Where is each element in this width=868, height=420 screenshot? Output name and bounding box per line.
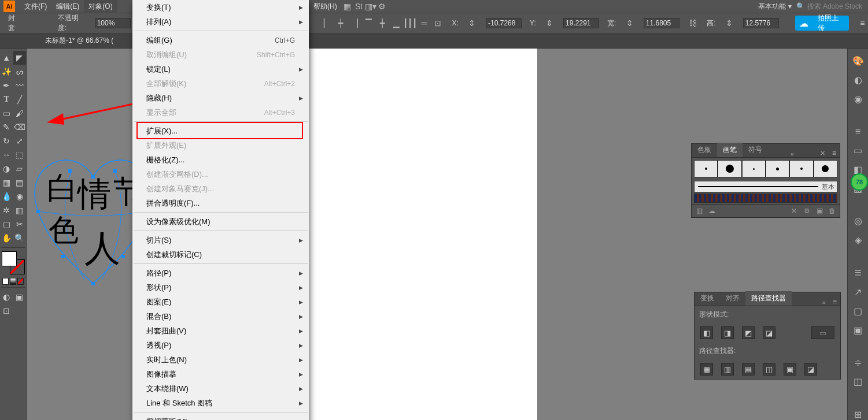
brush-preset[interactable] bbox=[814, 160, 837, 177]
fill-mode-swatches[interactable] bbox=[2, 278, 24, 285]
menu-item[interactable]: 路径(P) bbox=[132, 266, 309, 280]
pen-tool-icon[interactable]: ✒ bbox=[0, 79, 13, 92]
rotate-tool-icon[interactable]: ↻ bbox=[0, 134, 13, 148]
align-panel-icon[interactable]: ≑ bbox=[852, 357, 864, 368]
panel-menu-icon[interactable]: ≡ bbox=[829, 149, 840, 157]
brush-pattern-preview[interactable] bbox=[694, 194, 837, 203]
menu-item[interactable]: 剪切蒙版(M) bbox=[132, 414, 309, 420]
transform-ref-icon[interactable]: ⊡ bbox=[432, 17, 444, 29]
hand-tool-icon[interactable]: ✋ bbox=[0, 231, 13, 245]
color-wheel-icon[interactable]: 🎨 bbox=[852, 55, 864, 66]
distribute-h-icon[interactable]: ┃┃┃ bbox=[404, 17, 416, 29]
width-tool-icon[interactable]: ↔ bbox=[0, 148, 13, 162]
menu-item[interactable]: 设为像素级优化(M) bbox=[132, 214, 309, 229]
paintbrush-tool-icon[interactable]: 🖌 bbox=[13, 106, 27, 120]
menu-item[interactable]: 排列(A) bbox=[132, 14, 309, 29]
properties-icon[interactable]: ≡ bbox=[852, 127, 864, 137]
menu-item[interactable]: 切片(S) bbox=[132, 233, 309, 247]
remove-stroke-icon[interactable]: ✕ bbox=[790, 207, 798, 215]
menu-file[interactable]: 文件(F) bbox=[20, 0, 51, 13]
line-tool-icon[interactable]: ╱ bbox=[13, 92, 27, 106]
artboard-tool-icon[interactable]: ▢ bbox=[0, 217, 13, 231]
panel-menu-icon[interactable]: ≡ bbox=[829, 298, 840, 306]
document-tab[interactable]: 未标题-1* @ 66.67% ( bbox=[45, 34, 113, 48]
eyedropper-tool-icon[interactable]: 💧 bbox=[0, 189, 13, 203]
type-tool-icon[interactable]: T bbox=[0, 92, 13, 106]
brush-basic-preview[interactable]: 基本 bbox=[694, 181, 837, 192]
selection-tool-icon[interactable]: ▲ bbox=[0, 51, 13, 65]
stock-icon[interactable]: St bbox=[353, 1, 365, 12]
magic-wand-tool-icon[interactable]: ✨ bbox=[0, 65, 13, 79]
menu-item[interactable]: 图案(E) bbox=[132, 295, 309, 309]
arrange-docs-icon[interactable]: ▥▾ bbox=[365, 1, 376, 12]
rectangle-tool-icon[interactable]: ▭ bbox=[0, 106, 13, 120]
outline-icon[interactable]: ▣ bbox=[784, 363, 796, 376]
menu-item[interactable]: 透视(P) bbox=[132, 338, 309, 352]
perspective-tool-icon[interactable]: ▱ bbox=[13, 162, 27, 176]
tab-pathfinder[interactable]: 路径查找器 bbox=[745, 291, 792, 306]
minus-back-icon[interactable]: ◪ bbox=[804, 363, 817, 376]
pathfinder-panel-icon[interactable]: ◫ bbox=[852, 376, 864, 387]
menu-help[interactable]: 帮助(H) bbox=[309, 0, 342, 13]
menu-item[interactable]: 栅格化(Z)... bbox=[132, 153, 309, 167]
unite-icon[interactable]: ◧ bbox=[700, 326, 713, 339]
stepper-icon[interactable]: ⇕ bbox=[624, 17, 635, 29]
menu-edit[interactable]: 编辑(E) bbox=[51, 0, 84, 13]
menu-item[interactable]: 图像描摹 bbox=[132, 367, 309, 381]
align-right-icon[interactable]: ▕ bbox=[349, 17, 360, 29]
extra-icon[interactable]: ⊞ bbox=[852, 409, 864, 420]
curvature-tool-icon[interactable]: 〰 bbox=[13, 79, 27, 92]
panel-menu-icon[interactable]: ≡ bbox=[857, 17, 868, 29]
align-hcenter-icon[interactable]: ┿ bbox=[335, 17, 346, 29]
brush-options-icon[interactable]: ⚙ bbox=[803, 207, 811, 215]
menu-item[interactable]: 锁定(L) bbox=[132, 62, 309, 76]
appearance-icon[interactable]: ◎ bbox=[852, 215, 864, 226]
brush-preset[interactable] bbox=[766, 160, 789, 177]
zoom-tool-icon[interactable]: 🔍 bbox=[13, 231, 27, 245]
shape-builder-tool-icon[interactable]: ◑ bbox=[0, 162, 13, 176]
lasso-tool-icon[interactable]: ᔕ bbox=[13, 65, 27, 79]
search-stock[interactable]: 🔍搜索 Adobe Stock bbox=[796, 2, 862, 12]
menu-item[interactable]: Line 和 Sketch 图稿 bbox=[132, 396, 309, 410]
panel-collapse-icon[interactable]: « bbox=[787, 150, 797, 157]
graphic-styles-icon[interactable]: ◈ bbox=[852, 235, 864, 246]
change-screen-mode-icon[interactable]: ⊡ bbox=[0, 304, 13, 318]
y-input[interactable] bbox=[563, 18, 599, 28]
gradient-tool-icon[interactable]: ▤ bbox=[13, 176, 27, 189]
brush-preset[interactable] bbox=[694, 160, 718, 177]
stepper-icon[interactable]: ⇕ bbox=[544, 17, 555, 29]
intersect-icon[interactable]: ◩ bbox=[742, 326, 755, 339]
delete-brush-icon[interactable]: 🗑 bbox=[828, 207, 836, 215]
crop-icon[interactable]: ◫ bbox=[763, 363, 775, 376]
green-badge[interactable]: 78 bbox=[851, 173, 868, 191]
layers-icon[interactable]: ≣ bbox=[852, 267, 864, 278]
pathfinder-panel[interactable]: 变换 对齐 路径查找器 » ≡ 形状模式: ◧ ◨ ◩ ◪ ▭ 路径查找器: ▦… bbox=[694, 292, 841, 380]
menu-item[interactable]: 创建裁切标记(C) bbox=[132, 247, 309, 262]
align-top-icon[interactable]: ▔ bbox=[363, 17, 374, 29]
panel-collapse-icon[interactable]: » bbox=[819, 299, 829, 306]
asset-export-icon[interactable]: ↗ bbox=[852, 287, 864, 298]
menu-item[interactable]: 扩展(X)... bbox=[132, 124, 309, 138]
direct-selection-tool-icon[interactable]: ◤ bbox=[13, 51, 27, 65]
tab-swatches[interactable]: 色板 bbox=[692, 143, 717, 157]
gpu-icon[interactable]: ⚙ bbox=[376, 1, 388, 12]
tab-transform[interactable]: 变换 bbox=[695, 291, 720, 306]
align-left-icon[interactable]: ▏ bbox=[321, 17, 333, 29]
menu-item[interactable]: 文本绕排(W) bbox=[132, 381, 309, 396]
free-transform-tool-icon[interactable]: ⬚ bbox=[13, 148, 27, 162]
stepper-icon[interactable]: ⇕ bbox=[467, 17, 478, 29]
bridge-icon[interactable]: ▦ bbox=[342, 1, 353, 12]
distribute-v-icon[interactable]: ═ bbox=[418, 17, 430, 29]
menu-object[interactable]: 对象(O) bbox=[84, 0, 117, 13]
h-input[interactable] bbox=[743, 18, 779, 28]
libraries-icon[interactable]: ▣ bbox=[852, 325, 864, 336]
libraries-icon[interactable]: ☁ bbox=[708, 207, 716, 215]
trim-icon[interactable]: ▥ bbox=[721, 363, 734, 376]
eraser-tool-icon[interactable]: ⌫ bbox=[13, 120, 27, 134]
menu-item[interactable]: 混合(B) bbox=[132, 309, 309, 324]
scale-tool-icon[interactable]: ⤢ bbox=[13, 134, 27, 148]
artboards-icon[interactable]: ▢ bbox=[852, 306, 864, 317]
exclude-icon[interactable]: ◪ bbox=[763, 326, 775, 339]
tab-align[interactable]: 对齐 bbox=[720, 291, 745, 306]
stepper-icon[interactable]: ⇕ bbox=[723, 17, 734, 29]
